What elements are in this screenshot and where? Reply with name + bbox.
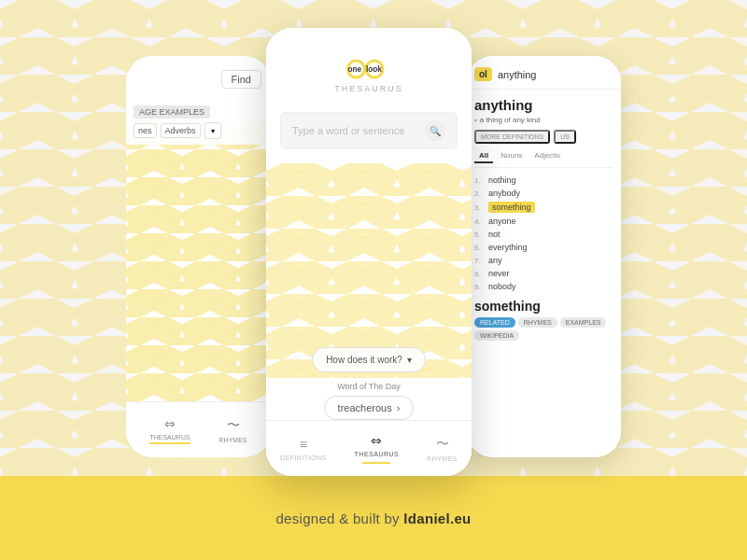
thesaurus-icon-active: ⇔	[371, 433, 382, 448]
right-definition: • a thing of any kind	[474, 116, 613, 124]
left-nav-rhymes[interactable]: 〜 RHYMES	[219, 417, 247, 443]
center-nav-thesaurus-label: THESAURUS	[355, 451, 400, 457]
left-nav-rhymes-label: RHYMES	[219, 437, 247, 443]
center-nav-thesaurus[interactable]: ⇔ THESAURUS	[355, 428, 400, 469]
center-nav-rhymes-label: RHYMES	[427, 455, 458, 462]
word-of-day-button[interactable]: treacherous ›	[324, 396, 415, 420]
right-more-defs: MORE DEFINITIONS US	[474, 130, 613, 144]
list-item: 9.nobody	[474, 280, 613, 293]
word-text: anybody	[488, 189, 520, 198]
left-nav-thesaurus-label: THESAURUS	[149, 434, 190, 441]
center-top-section: one look THESAURUS Type a word or senten…	[266, 28, 472, 163]
word-text: any	[488, 256, 502, 265]
left-phone-chevron	[126, 121, 271, 401]
word-number: 1.	[474, 176, 484, 185]
center-nav-definitions-label: DEFINITIONS	[280, 455, 327, 461]
definition-text: a thing of any kind	[480, 116, 541, 124]
chevron-down-icon: ▾	[407, 355, 412, 365]
logo-svg: one look	[341, 56, 397, 82]
list-item: 7.any	[474, 254, 613, 267]
word-text-highlighted[interactable]: something	[488, 202, 535, 213]
right-filter-tabs: All Nouns Adjectiv	[474, 149, 613, 168]
left-bottom-nav: ⇔ THESAURUS 〜 RHYMES	[126, 401, 271, 457]
word-text: nobody	[488, 282, 516, 291]
tag-rhymes[interactable]: RHYMES	[518, 317, 557, 328]
left-phone-inner: Find AGE EXAMPLES	[126, 56, 271, 457]
logo-thesaurus-label: THESAURUS	[334, 84, 403, 93]
word-number: 9.	[474, 283, 484, 291]
left-tabs: nes Adverbs ▾	[134, 122, 263, 139]
left-tab-nes[interactable]: nes	[134, 123, 157, 138]
use-button[interactable]: US	[554, 130, 576, 144]
left-middle-section: AGE EXAMPLES nes Adverbs ▾	[126, 96, 271, 145]
center-nav-definitions[interactable]: ≡ DEFINITIONS	[280, 432, 327, 466]
left-chevron-svg	[126, 121, 271, 401]
center-phone-chevron	[266, 163, 472, 378]
svg-rect-6	[266, 163, 472, 378]
rhymes-icon: 〜	[227, 417, 240, 434]
word-text: not	[488, 230, 500, 239]
left-tab-dropdown[interactable]: ▾	[204, 122, 221, 139]
word-of-day-section: Word of The Day treacherous ›	[324, 382, 415, 420]
word-text: anyone	[488, 217, 516, 226]
tag-related[interactable]: RELATED	[474, 317, 515, 328]
word-number: 6.	[474, 244, 484, 252]
list-item: 2.anybody	[474, 187, 613, 200]
left-tab-adverbs[interactable]: Adverbs	[161, 123, 201, 138]
center-nav-rhymes[interactable]: 〜 RHYMES	[427, 431, 458, 467]
main-container: Find AGE EXAMPLES	[0, 0, 747, 560]
right-content: anything • a thing of any kind MORE DEFI…	[467, 90, 621, 348]
left-phone: Find AGE EXAMPLES	[126, 56, 271, 457]
tag-wikipedia[interactable]: WIKIPEDIA	[474, 330, 519, 341]
right-tags: RELATED RHYMES EXAMPLES WIKIPEDIA	[474, 317, 613, 341]
svg-rect-1	[126, 121, 271, 401]
list-item: 1.nothing	[474, 174, 613, 187]
search-placeholder-text: Type a word or sentence	[292, 125, 404, 136]
more-definitions-button[interactable]: MORE DEFINITIONS	[474, 130, 550, 144]
footer-link[interactable]: ldaniel.eu	[403, 511, 471, 526]
list-item: 4.anyone	[474, 215, 613, 228]
search-icon-button[interactable]: 🔍	[425, 120, 445, 141]
filter-tab-all[interactable]: All	[474, 149, 493, 163]
ol-badge: ol	[474, 67, 492, 81]
footer-text: designed & built by ldaniel.eu	[275, 511, 471, 526]
phones-container: Find AGE EXAMPLES	[0, 28, 747, 476]
svg-text:one: one	[347, 65, 361, 74]
word-number: 7.	[474, 257, 484, 265]
center-chevron-svg	[266, 163, 472, 378]
find-button[interactable]: Find	[221, 70, 261, 89]
right-section-title: something	[474, 299, 613, 314]
svg-text:look: look	[366, 65, 382, 74]
list-item: 6.everything	[474, 241, 613, 254]
how-does-it-work-button[interactable]: How does it work? ▾	[312, 347, 426, 372]
right-top-bar: ol anything	[467, 56, 621, 90]
word-number: 8.	[474, 270, 484, 278]
word-text: never	[488, 269, 510, 278]
word-of-day-label: Word of The Day	[337, 382, 401, 391]
center-phone-inner: one look THESAURUS Type a word or senten…	[266, 28, 472, 476]
chevron-right-icon: ›	[397, 402, 401, 413]
filter-tab-adjective[interactable]: Adjectiv	[529, 149, 565, 163]
list-item: 8.never	[474, 267, 613, 280]
filter-tab-nouns[interactable]: Nouns	[496, 149, 527, 163]
definitions-icon: ≡	[300, 437, 307, 452]
list-item: 5.not	[474, 228, 613, 241]
rhymes-icon-center: 〜	[436, 436, 449, 453]
right-word-title: anything	[474, 97, 613, 113]
definition-bullet: •	[474, 116, 477, 124]
left-nav-thesaurus[interactable]: ⇔ THESAURUS	[149, 416, 190, 444]
logo-container: one look THESAURUS	[334, 56, 403, 93]
word-text: everything	[488, 243, 528, 252]
tag-examples[interactable]: EXAMPLES	[560, 317, 607, 328]
thesaurus-icon: ⇔	[164, 416, 176, 431]
center-bottom-section: How does it work? ▾ Word of The Day trea…	[266, 347, 472, 420]
footer-prefix: designed & built by	[275, 511, 403, 526]
footer: designed & built by ldaniel.eu	[0, 476, 747, 560]
search-bar[interactable]: Type a word or sentence 🔍	[280, 112, 458, 149]
right-phone-inner: ol anything anything • a thing of any ki…	[467, 56, 621, 457]
center-bottom-nav: ≡ DEFINITIONS ⇔ THESAURUS 〜 RHYMES	[266, 420, 472, 476]
center-phone: one look THESAURUS Type a word or senten…	[266, 28, 472, 476]
how-does-it-work-text: How does it work?	[326, 355, 402, 365]
word-of-day-text: treacherous	[338, 402, 392, 413]
list-item: 3.something	[474, 200, 613, 215]
